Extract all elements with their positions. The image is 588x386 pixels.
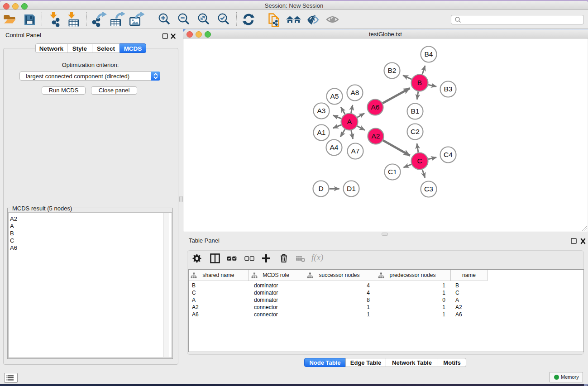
svg-text:B3: B3 <box>444 85 453 93</box>
svg-text:C3: C3 <box>424 185 433 193</box>
svg-text:C1: C1 <box>388 168 397 176</box>
svg-text:A8: A8 <box>351 89 359 96</box>
svg-text:C4: C4 <box>444 151 453 158</box>
svg-text:B4: B4 <box>425 50 433 58</box>
svg-text:A7: A7 <box>351 147 360 155</box>
svg-text:A6: A6 <box>371 103 380 111</box>
svg-text:D1: D1 <box>347 185 356 192</box>
svg-text:C2: C2 <box>411 128 420 135</box>
svg-text:C: C <box>417 157 422 165</box>
svg-text:D: D <box>318 185 323 192</box>
svg-text:A: A <box>347 118 352 125</box>
svg-text:B1: B1 <box>411 107 420 115</box>
svg-text:B2: B2 <box>388 67 397 74</box>
svg-text:A3: A3 <box>317 107 326 114</box>
svg-text:A2: A2 <box>372 132 380 140</box>
svg-text:A4: A4 <box>330 143 339 151</box>
svg-text:A5: A5 <box>330 92 339 100</box>
svg-text:B: B <box>417 79 422 86</box>
svg-text:A1: A1 <box>317 129 326 136</box>
